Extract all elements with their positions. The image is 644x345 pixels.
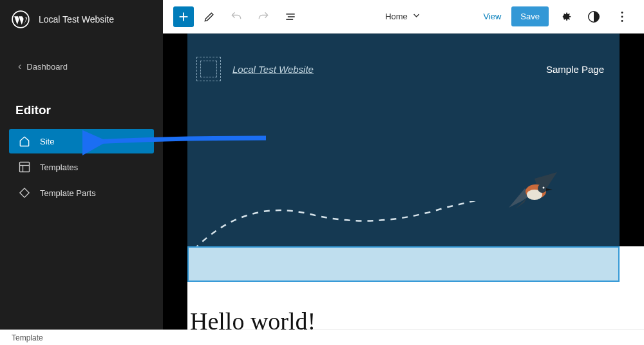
sidebar-header: Local Test Website <box>0 0 163 39</box>
status-bar: Template <box>0 330 644 345</box>
view-link[interactable]: View <box>478 8 506 25</box>
document-selector[interactable]: Home <box>385 10 422 23</box>
editor-nav: Site Templates Template Parts <box>0 129 163 205</box>
sidebar-item-site[interactable]: Site <box>9 129 154 153</box>
undo-button[interactable] <box>225 5 248 28</box>
chevron-down-icon <box>412 10 422 23</box>
hero-block[interactable]: Local Test Website Sample Page <box>187 34 620 246</box>
list-view-button[interactable] <box>279 5 302 28</box>
document-name: Home <box>385 12 408 21</box>
bird-illustration <box>502 169 560 214</box>
breadcrumb[interactable]: Template <box>12 333 43 342</box>
sidebar-item-template-parts[interactable]: Template Parts <box>9 181 154 205</box>
redo-button[interactable] <box>252 5 275 28</box>
layout-icon <box>18 161 31 173</box>
diamond-icon <box>18 186 31 199</box>
back-to-dashboard-link[interactable]: ‹ Dashboard <box>0 58 163 75</box>
settings-button[interactable] <box>554 5 577 28</box>
edit-mode-button[interactable] <box>198 5 221 28</box>
toolbar-left-group <box>173 5 302 28</box>
sidebar-item-label: Site <box>40 137 54 146</box>
sidebar-item-templates[interactable]: Templates <box>9 155 154 179</box>
save-button[interactable]: Save <box>511 6 549 26</box>
editor-sidebar: Local Test Website ‹ Dashboard Editor Si… <box>0 0 163 332</box>
svg-point-11 <box>621 12 623 14</box>
wordpress-logo-icon[interactable] <box>12 10 30 28</box>
more-options-button[interactable] <box>611 5 634 28</box>
sidebar-item-label: Templates <box>40 163 78 172</box>
main-editor-area: Home View Save Local Test <box>163 0 644 332</box>
svg-point-17 <box>543 187 545 189</box>
svg-point-13 <box>621 19 623 21</box>
header-left: Local Test Website <box>196 57 314 81</box>
editor-canvas[interactable]: Local Test Website Sample Page H <box>163 34 644 332</box>
add-block-button[interactable] <box>173 6 194 27</box>
nav-link-sample-page[interactable]: Sample Page <box>546 64 604 75</box>
toolbar-right-group: View Save <box>478 5 634 28</box>
block-selection-overlay <box>187 246 620 282</box>
styles-button[interactable] <box>582 5 605 28</box>
back-link-label: Dashboard <box>26 62 68 72</box>
svg-rect-4 <box>20 188 29 197</box>
site-header-block[interactable]: Local Test Website Sample Page <box>187 34 620 81</box>
sidebar-item-label: Template Parts <box>40 188 96 198</box>
site-logo-placeholder[interactable] <box>196 57 221 81</box>
chevron-left-icon: ‹ <box>18 61 21 72</box>
home-icon <box>18 135 31 148</box>
section-title: Editor <box>0 103 163 117</box>
svg-rect-1 <box>20 163 30 172</box>
site-name: Local Test Website <box>39 14 114 25</box>
svg-point-12 <box>621 15 623 17</box>
site-title-link[interactable]: Local Test Website <box>232 64 314 75</box>
bird-trail-decoration <box>194 201 516 253</box>
svg-point-16 <box>538 184 547 193</box>
editor-toolbar: Home View Save <box>163 0 644 34</box>
